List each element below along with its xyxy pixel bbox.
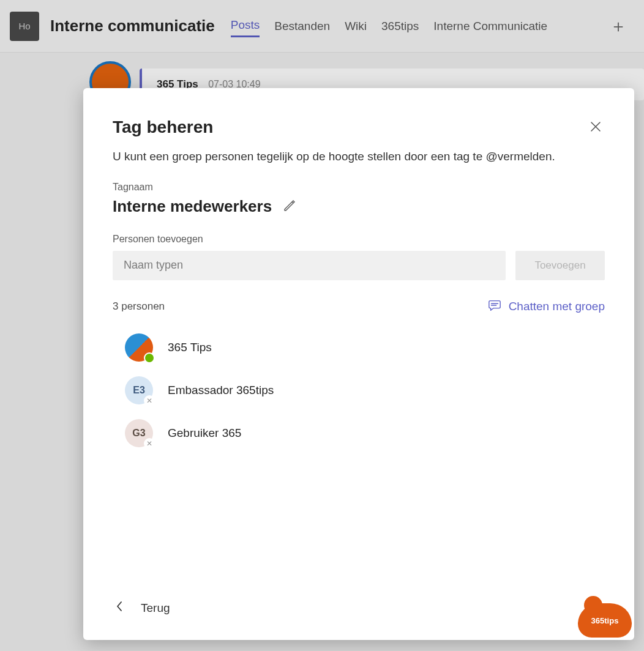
modal-title: Tag beheren	[113, 117, 213, 137]
manage-tag-modal: Tag beheren U kunt een groep personen te…	[83, 88, 634, 640]
close-button[interactable]	[586, 117, 605, 138]
chat-with-group-button[interactable]: Chatten met groep	[488, 299, 605, 315]
back-label: Terug	[141, 601, 170, 615]
person-avatar	[125, 333, 153, 362]
add-people-label: Personen toevoegen	[113, 234, 605, 245]
person-avatar: E3✕	[125, 376, 153, 404]
person-name: Embassador 365tips	[168, 384, 274, 397]
chevron-left-icon	[115, 600, 124, 616]
brand-badge: 365tips	[578, 603, 632, 638]
chat-with-group-label: Chatten met groep	[509, 300, 605, 313]
edit-tagname-button[interactable]	[280, 196, 299, 217]
name-input[interactable]	[113, 251, 506, 280]
person-name: 365 Tips	[168, 341, 212, 354]
tagname-label: Tagnaam	[113, 182, 605, 193]
people-list: 365 TipsE3✕Embassador 365tipsG3✕Gebruike…	[113, 326, 605, 455]
back-button[interactable]: Terug	[113, 594, 173, 622]
pencil-icon	[283, 205, 296, 214]
person-avatar: G3✕	[125, 419, 153, 447]
person-row[interactable]: G3✕Gebruiker 365	[113, 412, 605, 455]
brand-badge-text: 365tips	[591, 616, 619, 625]
tagname-value: Interne medewerkers	[113, 197, 272, 216]
close-icon	[590, 121, 601, 135]
presence-indicator-icon: ✕	[144, 395, 155, 406]
chat-icon	[488, 299, 501, 315]
people-count: 3 personen	[113, 300, 165, 313]
person-row[interactable]: 365 Tips	[113, 326, 605, 369]
add-button[interactable]: Toevoegen	[515, 251, 605, 280]
person-row[interactable]: E3✕Embassador 365tips	[113, 369, 605, 412]
modal-subtitle: U kunt een groep personen tegelijk op de…	[113, 149, 605, 165]
presence-indicator-icon: ✕	[144, 438, 155, 449]
presence-indicator-icon	[144, 352, 155, 363]
person-name: Gebruiker 365	[168, 426, 241, 440]
